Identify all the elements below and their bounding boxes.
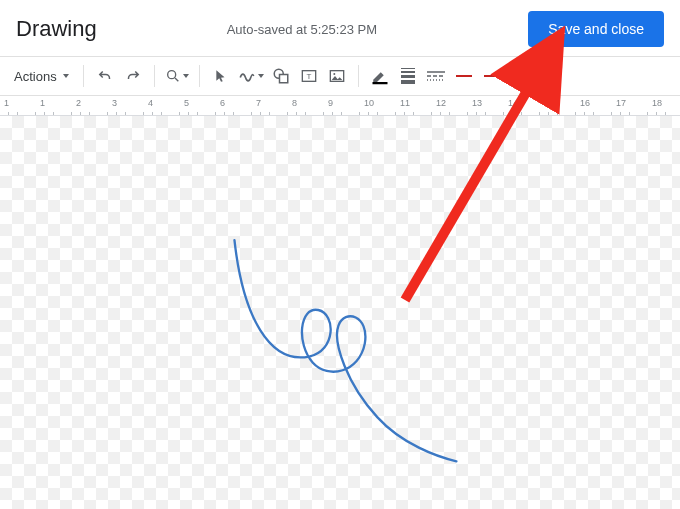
svg-rect-8: [372, 82, 387, 84]
ruler-number: 16: [580, 98, 590, 108]
ruler-unit: 12: [422, 96, 458, 116]
ruler-unit: 16: [566, 96, 602, 116]
separator: [199, 65, 200, 87]
drawing-content: [0, 116, 680, 509]
actions-label: Actions: [14, 69, 57, 84]
ruler-unit: 15: [530, 96, 566, 116]
dialog-title: Drawing: [16, 16, 97, 42]
undo-button[interactable]: [92, 63, 118, 89]
border-dash-button[interactable]: [423, 63, 449, 89]
ruler-unit: 9: [314, 96, 350, 116]
ruler-unit: 18: [638, 96, 674, 116]
zoom-button[interactable]: [163, 63, 191, 89]
ruler-number: 7: [256, 98, 261, 108]
ruler-unit: 2: [62, 96, 98, 116]
ruler-unit: 14: [494, 96, 530, 116]
ruler-unit: 1: [674, 96, 680, 116]
zoom-icon: [165, 68, 181, 84]
caret-down-icon: [63, 74, 69, 78]
ruler-unit: 13: [458, 96, 494, 116]
ruler-unit: 17: [602, 96, 638, 116]
svg-point-0: [167, 71, 175, 79]
horizontal-ruler: 11234567891011121314151617181: [0, 96, 680, 116]
redo-button[interactable]: [120, 63, 146, 89]
ruler-number: 4: [148, 98, 153, 108]
ruler-number: 10: [364, 98, 374, 108]
ruler-number: 17: [616, 98, 626, 108]
caret-down-icon: [183, 74, 189, 78]
ruler-unit: 1: [26, 96, 62, 116]
ruler-number: 1: [40, 98, 45, 108]
textbox-tool[interactable]: T: [296, 63, 322, 89]
ruler-unit: 8: [278, 96, 314, 116]
ruler-number: 8: [292, 98, 297, 108]
ruler-number: 9: [328, 98, 333, 108]
ruler-unit: 3: [98, 96, 134, 116]
ruler-unit: 1: [0, 96, 26, 116]
ruler-number: 12: [436, 98, 446, 108]
dialog-header: Drawing Auto-saved at 5:25:23 PM Save an…: [0, 0, 680, 56]
ruler-number: 13: [472, 98, 482, 108]
actions-menu[interactable]: Actions: [8, 63, 75, 89]
ruler-number: 6: [220, 98, 225, 108]
textbox-icon: T: [301, 68, 317, 84]
drawing-canvas[interactable]: [0, 116, 680, 509]
scribble-stroke: [234, 240, 456, 461]
svg-rect-3: [279, 75, 287, 83]
pen-icon: [371, 67, 389, 85]
toolbar: Actions T: [0, 56, 680, 96]
scribble-icon: [238, 67, 256, 85]
border-color-button[interactable]: [367, 63, 393, 89]
svg-text:T: T: [306, 72, 311, 81]
separator: [154, 65, 155, 87]
border-weight-button[interactable]: [395, 63, 421, 89]
ruler-number: 18: [652, 98, 662, 108]
ruler-number: 5: [184, 98, 189, 108]
svg-point-7: [333, 73, 335, 75]
cursor-icon: [214, 69, 228, 83]
image-icon: [329, 68, 345, 84]
line-end-button[interactable]: [479, 63, 505, 89]
separator: [358, 65, 359, 87]
ruler-unit: 11: [386, 96, 422, 116]
ruler-number: 2: [76, 98, 81, 108]
ruler-number: 11: [400, 98, 410, 108]
ruler-unit: 4: [134, 96, 170, 116]
shape-tool[interactable]: [268, 63, 294, 89]
ruler-number: 3: [112, 98, 117, 108]
ruler-number: 14: [508, 98, 518, 108]
svg-line-1: [175, 78, 178, 81]
save-and-close-button[interactable]: Save and close: [528, 11, 664, 47]
line-dash-icon: [427, 69, 445, 83]
select-tool[interactable]: [208, 63, 234, 89]
image-tool[interactable]: [324, 63, 350, 89]
ruler-unit: 5: [170, 96, 206, 116]
redo-icon: [124, 67, 142, 85]
undo-icon: [96, 67, 114, 85]
ruler-number: 1: [4, 98, 9, 108]
ruler-number: 15: [544, 98, 554, 108]
line-end-icon: [482, 71, 502, 81]
autosave-status: Auto-saved at 5:25:23 PM: [227, 22, 377, 37]
separator: [83, 65, 84, 87]
ruler-unit: 10: [350, 96, 386, 116]
line-weight-icon: [401, 68, 415, 84]
shape-icon: [272, 67, 290, 85]
line-start-icon: [454, 71, 474, 81]
line-start-button[interactable]: [451, 63, 477, 89]
ruler-unit: 6: [206, 96, 242, 116]
ruler-unit: 7: [242, 96, 278, 116]
caret-down-icon: [258, 74, 264, 78]
line-tool[interactable]: [236, 63, 266, 89]
